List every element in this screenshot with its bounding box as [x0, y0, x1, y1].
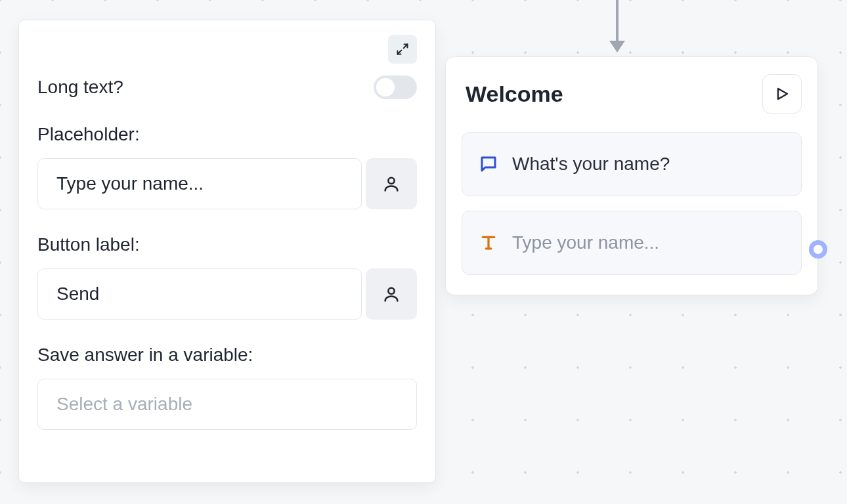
step-message[interactable]: What's your name?	[462, 132, 802, 196]
expand-button[interactable]	[388, 35, 417, 64]
preview-button[interactable]	[762, 74, 802, 114]
block-settings-panel: Long text? Placeholder: Button label:	[18, 20, 436, 483]
variable-select-placeholder: Select a variable	[56, 394, 192, 415]
node-output-handle[interactable]	[809, 240, 827, 259]
welcome-node[interactable]: Welcome What's your name? Type your name…	[445, 56, 818, 295]
node-title: Welcome	[462, 81, 563, 107]
edge-arrowhead-icon	[609, 41, 625, 52]
svg-point-1	[388, 288, 394, 294]
toggle-knob	[376, 78, 395, 96]
svg-marker-2	[778, 89, 787, 99]
user-icon	[382, 285, 401, 303]
long-text-label: Long text?	[37, 77, 123, 98]
svg-point-0	[388, 178, 394, 184]
variable-select[interactable]: Select a variable	[37, 379, 417, 430]
step-input[interactable]: Type your name...	[462, 211, 802, 275]
placeholder-input[interactable]	[37, 158, 362, 209]
expand-icon	[396, 43, 409, 56]
step-message-text: What's your name?	[512, 154, 670, 175]
chat-icon	[478, 154, 499, 175]
text-icon	[478, 232, 499, 253]
user-icon	[382, 175, 401, 193]
button-label-field-label: Button label:	[37, 234, 417, 255]
long-text-toggle[interactable]	[374, 75, 417, 99]
play-icon	[774, 86, 790, 102]
button-label-input[interactable]	[37, 268, 362, 320]
insert-variable-button[interactable]	[366, 158, 417, 209]
save-variable-label: Save answer in a variable:	[37, 345, 417, 366]
placeholder-field-label: Placeholder:	[37, 124, 417, 145]
insert-variable-button-2[interactable]	[366, 268, 417, 320]
step-input-text: Type your name...	[512, 232, 659, 253]
